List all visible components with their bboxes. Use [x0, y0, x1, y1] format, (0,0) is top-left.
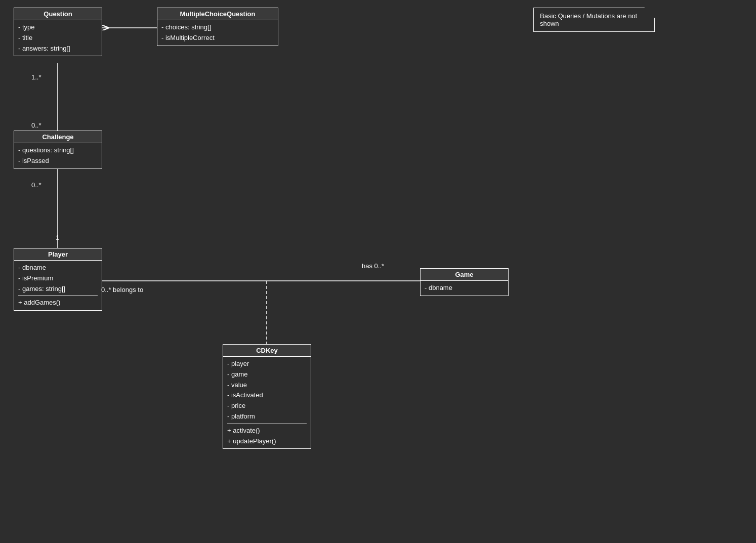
class-challenge-body: - questions: string[] - isPassed	[14, 143, 102, 169]
cdkey-field-1: - player	[227, 359, 307, 369]
challenge-field-2: - isPassed	[18, 156, 98, 166]
note-box: Basic Queries / Mutations are not shown	[533, 8, 655, 32]
cdkey-separator	[227, 424, 307, 424]
player-field-3: - games: string[]	[18, 284, 98, 295]
cdkey-field-6: - platform	[227, 411, 307, 422]
class-cdkey: CDKey - player - game - value - isActiva…	[223, 344, 311, 449]
cdkey-field-4: - isActivated	[227, 390, 307, 401]
cdkey-field-3: - value	[227, 380, 307, 391]
label-one-star: 1..*	[31, 73, 41, 81]
game-field-1: - dbname	[425, 283, 504, 294]
player-field-1: - dbname	[18, 263, 98, 273]
player-field-2: - isPremium	[18, 273, 98, 284]
challenge-field-1: - questions: string[]	[18, 145, 98, 156]
player-method-1: + addGames()	[18, 298, 98, 308]
label-one: 1	[56, 234, 59, 241]
cdkey-field-2: - game	[227, 369, 307, 380]
label-has: has 0..*	[362, 262, 384, 270]
label-zero-star-challenge: 0..*	[31, 121, 41, 129]
class-game-header: Game	[421, 269, 508, 281]
mc-field-2: - isMultipleCorrect	[161, 33, 274, 44]
class-player-body: - dbname - isPremium - games: string[] +…	[14, 261, 102, 310]
class-challenge: Challenge - questions: string[] - isPass…	[14, 131, 102, 169]
class-question-header: Question	[14, 8, 102, 20]
class-player-header: Player	[14, 248, 102, 261]
class-game: Game - dbname	[420, 268, 509, 296]
note-text: Basic Queries / Mutations are not shown	[540, 12, 637, 27]
class-question: Question - type - title - answers: strin…	[14, 8, 102, 56]
cdkey-method-2: + updatePlayer()	[227, 436, 307, 447]
question-field-3: - answers: string[]	[18, 44, 98, 54]
label-belongs-to: 0..* belongs to	[101, 286, 143, 294]
class-cdkey-header: CDKey	[223, 345, 311, 357]
class-challenge-header: Challenge	[14, 131, 102, 143]
cdkey-method-1: + activate()	[227, 426, 307, 436]
diagram-container: Basic Queries / Mutations are not shown …	[0, 0, 756, 543]
class-game-body: - dbname	[421, 281, 508, 296]
question-field-1: - type	[18, 22, 98, 33]
class-multiple-choice-body: - choices: string[] - isMultipleCorrect	[157, 20, 278, 46]
class-question-body: - type - title - answers: string[]	[14, 20, 102, 56]
class-multiple-choice: MultipleChoiceQuestion - choices: string…	[157, 8, 278, 46]
label-zero-star-player: 0..*	[31, 181, 41, 189]
cdkey-field-5: - price	[227, 401, 307, 411]
class-cdkey-body: - player - game - value - isActivated - …	[223, 357, 311, 448]
class-multiple-choice-header: MultipleChoiceQuestion	[157, 8, 278, 20]
class-player: Player - dbname - isPremium - games: str…	[14, 248, 102, 311]
player-separator	[18, 296, 98, 296]
question-field-2: - title	[18, 33, 98, 44]
mc-field-1: - choices: string[]	[161, 22, 274, 33]
connections-svg	[0, 0, 756, 543]
